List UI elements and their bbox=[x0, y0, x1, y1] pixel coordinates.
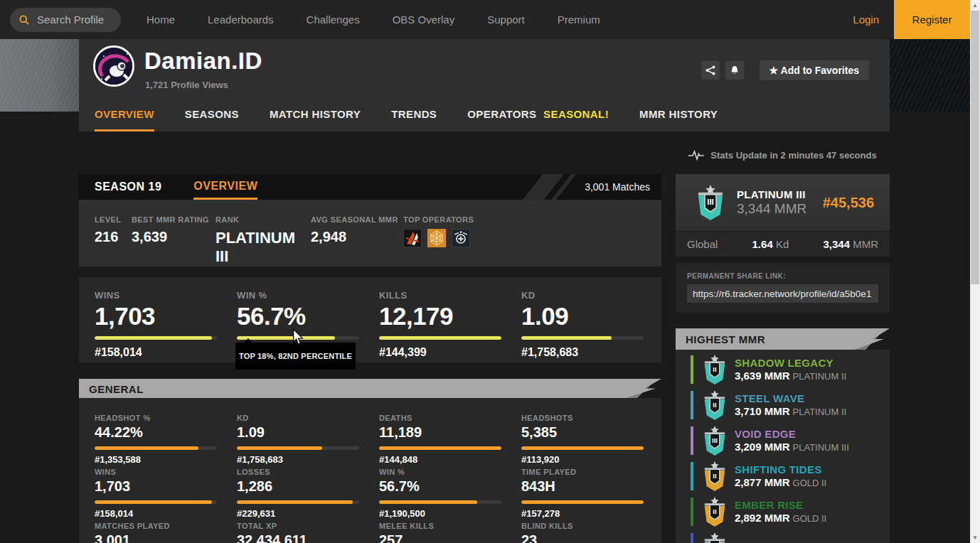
wins-progress-bar bbox=[95, 336, 217, 340]
scrollbar-down-arrow[interactable]: ▼ bbox=[970, 532, 980, 543]
kd-summary: 1.64 Kd bbox=[752, 238, 789, 250]
stat-melee-kills: MELEE KILLS257 bbox=[379, 522, 521, 543]
scrollbar-up-arrow[interactable]: ▲ bbox=[970, 0, 980, 11]
share-button[interactable] bbox=[701, 61, 720, 80]
current-rank-card: III PLATINUM III 3,344 MMR #45,536 Globa… bbox=[676, 174, 890, 257]
share-icon bbox=[705, 65, 715, 75]
headline-stats-panel: WINS 1,703 #158,014 WIN % 56.7% #1,190,5… bbox=[79, 277, 661, 362]
global-summary-row: Global 1.64 Kd 3,344 MMR bbox=[676, 231, 890, 257]
stat-wins: WINS 1,703 #158,014 bbox=[95, 290, 237, 362]
general-stats-grid: HEADSHOT %44.22% #1,353,588 KD1.09 #1,75… bbox=[79, 398, 661, 543]
tab-overview[interactable]: OVERVIEW bbox=[95, 108, 154, 131]
stat-wins-general: WINS1,703 #158,014 bbox=[95, 468, 237, 519]
notifications-button[interactable] bbox=[725, 61, 744, 80]
profile-name: Damian.ID bbox=[144, 48, 262, 75]
highest-mmr-header: HIGHEST MMR bbox=[676, 328, 890, 350]
season-matches-area: 3,001 Matches bbox=[533, 174, 661, 200]
avatar bbox=[93, 45, 134, 87]
share-link-label: PERMANENT SHARE LINK: bbox=[687, 272, 878, 280]
season-stat-rank: RANK PLATINUM III bbox=[215, 215, 311, 267]
highest-mmr-panel: HIGHEST MMR II SHADOW LEGACY 3,639 MMRPL… bbox=[676, 328, 890, 543]
pulse-icon bbox=[688, 149, 704, 161]
nav-item-premium[interactable]: Premium bbox=[558, 14, 600, 26]
rank-badge-platinum-icon: III bbox=[701, 426, 728, 456]
general-section-header: GENERAL bbox=[79, 379, 661, 398]
scrollbar-thumb[interactable] bbox=[971, 11, 979, 284]
season-title: SEASON 19 bbox=[95, 181, 161, 193]
profile-header: Damian.ID 1,721 Profile Views ★ Add to F… bbox=[79, 39, 890, 131]
season-top-operators: TOP OPERATORS bbox=[403, 215, 474, 267]
list-item-steel-wave: II STEEL WAVE 3,710 MMRPLATINUM II bbox=[676, 387, 890, 423]
tab-match-history[interactable]: MATCH HISTORY bbox=[270, 108, 361, 131]
nav-item-support[interactable]: Support bbox=[487, 14, 525, 26]
operator-icon-3[interactable] bbox=[452, 229, 470, 247]
stat-matches-played: MATCHES PLAYED3,001 bbox=[95, 522, 237, 543]
profile-tabs: OVERVIEW SEASONS MATCH HISTORY TRENDS OP… bbox=[95, 108, 718, 131]
share-link-input[interactable] bbox=[687, 284, 878, 303]
page-scrollbar[interactable]: ▲ ▼ bbox=[970, 0, 980, 543]
season-stat-best-mmr: BEST MMR RATING 3,639 bbox=[132, 215, 215, 267]
tab-operators[interactable]: OPERATORS SEASONAL! bbox=[467, 108, 609, 131]
stat-kills: KILLS 12,179 #144,399 bbox=[379, 290, 521, 362]
rank-badge-platinum-icon: II bbox=[701, 390, 728, 420]
avatar-image bbox=[95, 48, 134, 87]
rank-badge-platinum-icon: II bbox=[701, 355, 728, 385]
stats-update-row: Stats Update in 2 minutes 47 seconds bbox=[676, 148, 890, 162]
stat-deaths: DEATHS11,189 #144,848 bbox=[379, 414, 521, 465]
list-item-void-edge: III VOID EDGE 3,209 MMRPLATINUM III bbox=[676, 423, 890, 458]
general-stats-panel: GENERAL HEADSHOT %44.22% #1,353,588 KD1.… bbox=[79, 379, 661, 543]
operator-icon-1[interactable] bbox=[403, 229, 422, 247]
rank-badge-platinum-icon: III bbox=[694, 185, 727, 220]
tab-mmr-history[interactable]: MMR HISTORY bbox=[639, 108, 718, 131]
nav-item-obs-overlay[interactable]: OBS Overlay bbox=[393, 14, 455, 26]
stat-win-pct-general: WIN %56.7% #1,190,500 bbox=[379, 468, 521, 519]
tab-seasons[interactable]: SEASONS bbox=[185, 108, 239, 131]
rank-badge-gold-icon: II bbox=[701, 461, 728, 491]
tab-operators-label: OPERATORS bbox=[467, 108, 536, 120]
rank-mmr: 3,344 MMR bbox=[737, 201, 806, 217]
nav-item-home[interactable]: Home bbox=[147, 14, 175, 26]
stat-kd-general: KD1.09 #1,758,683 bbox=[237, 414, 379, 465]
highest-mmr-list: II SHADOW LEGACY 3,639 MMRPLATINUM II II bbox=[676, 350, 890, 543]
search-icon bbox=[18, 14, 30, 26]
bell-icon bbox=[730, 65, 740, 75]
rank-name: PLATINUM III bbox=[737, 188, 806, 200]
kd-progress-bar bbox=[521, 336, 644, 340]
profile-actions: ★ Add to Favorites bbox=[701, 60, 869, 81]
mmr-summary: 3,344 MMR bbox=[823, 238, 878, 250]
stat-headshot-pct: HEADSHOT %44.22% #1,353,588 bbox=[95, 414, 237, 465]
list-item-phantom-sight: PHANTOM SIGHT bbox=[676, 529, 890, 543]
nav-item-leaderboards[interactable]: Leaderboards bbox=[208, 14, 274, 26]
stat-time-played: TIME PLAYED843H #157,278 bbox=[521, 468, 661, 519]
search-input[interactable] bbox=[36, 13, 112, 26]
season-19-panel: SEASON 19 OVERVIEW 3,001 Matches LEVEL 2… bbox=[79, 174, 661, 267]
svg-text:II: II bbox=[713, 365, 716, 373]
permanent-share-link-card: PERMANENT SHARE LINK: bbox=[676, 263, 890, 313]
operator-icon-2[interactable] bbox=[427, 229, 446, 247]
stat-total-xp: TOTAL XP32,434,611 bbox=[237, 522, 379, 543]
stat-blind-kills: BLIND KILLS23 bbox=[521, 522, 661, 543]
tab-trends[interactable]: TRENDS bbox=[391, 108, 437, 131]
percentile-tooltip: TOP 18%, 82ND PERCENTILE bbox=[235, 343, 356, 370]
kills-progress-bar bbox=[379, 336, 501, 340]
section-header-bar bbox=[79, 379, 661, 398]
season-stat-avg-mmr: AVG SEASONAL MMR 2,948 bbox=[311, 215, 403, 267]
profile-views: 1,721 Profile Views bbox=[145, 80, 228, 90]
percentile-tooltip-text: TOP 18%, 82ND PERCENTILE bbox=[239, 352, 352, 360]
season-header: SEASON 19 OVERVIEW 3,001 Matches bbox=[79, 174, 661, 200]
season-matches-count: 3,001 Matches bbox=[585, 181, 650, 193]
list-item-ember-rise: II EMBER RISE 2,892 MMRGOLD II bbox=[676, 494, 890, 529]
search-profile-pill[interactable] bbox=[10, 8, 121, 32]
add-to-favorites-button[interactable]: ★ Add to Favorites bbox=[760, 60, 869, 80]
login-link[interactable]: Login bbox=[853, 14, 879, 26]
register-button[interactable]: Register bbox=[894, 0, 970, 39]
svg-text:III: III bbox=[712, 436, 718, 444]
scope-label: Global bbox=[687, 238, 718, 250]
svg-text:II: II bbox=[713, 472, 716, 480]
list-item-shadow-legacy: II SHADOW LEGACY 3,639 MMRPLATINUM II bbox=[676, 352, 890, 387]
general-section-title: GENERAL bbox=[89, 382, 144, 394]
season-summary: LEVEL 216 BEST MMR RATING 3,639 RANK PLA… bbox=[79, 200, 661, 267]
list-item-shifting-tides: II SHIFTING TIDES 2,877 MMRGOLD II bbox=[676, 458, 890, 494]
season-subtab-overview[interactable]: OVERVIEW bbox=[193, 174, 257, 200]
nav-item-challenges[interactable]: Challenges bbox=[307, 14, 360, 26]
